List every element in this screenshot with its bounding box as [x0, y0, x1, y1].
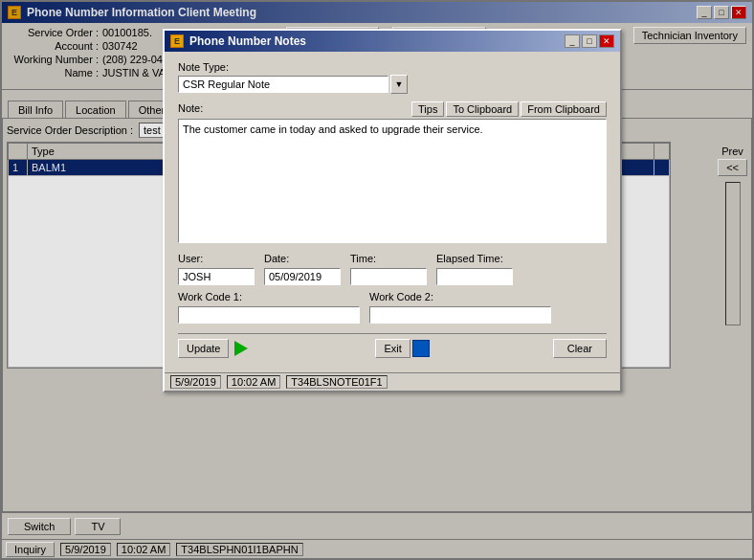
note-type-dropdown-container: ▼ — [178, 75, 607, 94]
date-input[interactable] — [264, 268, 341, 285]
action-buttons: Update Exit Clear — [178, 333, 607, 363]
work-codes-row: Work Code 1: Work Code 2: — [178, 291, 607, 324]
note-type-input[interactable] — [178, 76, 388, 93]
modal-status-code: T34BLSNOTE01F1 — [286, 375, 387, 389]
modal-status-date: 5/9/2019 — [170, 375, 221, 389]
play-button[interactable] — [231, 338, 252, 359]
modal-title: Phone Number Notes — [189, 34, 306, 48]
modal-title-buttons: _ □ ✕ — [565, 34, 614, 48]
work-code1-label: Work Code 1: — [178, 291, 360, 302]
time-group: Time: — [350, 253, 427, 285]
time-label: Time: — [350, 253, 427, 264]
exit-group: Exit — [375, 339, 429, 358]
to-clipboard-button[interactable]: To Clipboard — [446, 101, 519, 117]
update-button[interactable]: Update — [178, 339, 229, 358]
modal-title-left: E Phone Number Notes — [170, 34, 306, 48]
note-type-row: Note Type: ▼ — [178, 61, 607, 94]
modal-maximize-button[interactable]: □ — [582, 34, 597, 48]
play-icon — [234, 341, 248, 356]
modal-minimize-button[interactable]: _ — [565, 34, 580, 48]
user-input[interactable] — [178, 268, 255, 285]
from-clipboard-button[interactable]: From Clipboard — [521, 101, 607, 117]
date-label: Date: — [264, 253, 341, 264]
modal-content: Note Type: ▼ Note: Tips To Clipboard Fro… — [165, 52, 620, 372]
work-code2-label: Work Code 2: — [369, 291, 551, 302]
main-window: E Phone Number Information Client Meetin… — [0, 0, 754, 560]
note-type-dropdown-btn[interactable]: ▼ — [390, 75, 408, 94]
elapsed-group: Elapsed Time: — [436, 253, 513, 285]
time-input[interactable] — [350, 268, 427, 285]
modal-close-button[interactable]: ✕ — [599, 34, 614, 48]
elapsed-label: Elapsed Time: — [436, 253, 513, 264]
note-label: Note: — [178, 102, 203, 114]
user-date-row: User: Date: Time: Elapsed Time: — [178, 253, 607, 285]
work-code1-input[interactable] — [178, 306, 360, 324]
user-group: User: — [178, 253, 255, 285]
tips-button[interactable]: Tips — [411, 101, 444, 117]
note-section: Note: Tips To Clipboard From Clipboard T… — [178, 101, 607, 245]
modal-title-bar: E Phone Number Notes _ □ ✕ — [165, 31, 620, 52]
update-group: Update — [178, 338, 252, 359]
clear-button[interactable]: Clear — [553, 339, 607, 358]
modal-overlay: E Phone Number Notes _ □ ✕ Note Type: — [0, 0, 754, 560]
note-header: Note: Tips To Clipboard From Clipboard — [178, 101, 607, 117]
work-code2-input[interactable] — [369, 306, 551, 324]
work-code1-group: Work Code 1: — [178, 291, 360, 324]
user-label: User: — [178, 253, 255, 264]
note-textarea[interactable]: The customer came in today and asked to … — [178, 119, 607, 243]
modal-status-bar: 5/9/2019 10:02 AM T34BLSNOTE01F1 — [165, 372, 620, 391]
work-code2-group: Work Code 2: — [369, 291, 551, 324]
modal-app-icon: E — [170, 34, 184, 48]
exit-icon — [412, 340, 430, 357]
note-buttons: Tips To Clipboard From Clipboard — [411, 101, 607, 117]
modal-status-time: 10:02 AM — [227, 375, 280, 389]
modal-window: E Phone Number Notes _ □ ✕ Note Type: — [163, 29, 622, 392]
exit-button[interactable]: Exit — [375, 339, 410, 358]
note-type-label: Note Type: — [178, 61, 607, 73]
date-group: Date: — [264, 253, 341, 285]
elapsed-input[interactable] — [436, 268, 513, 285]
